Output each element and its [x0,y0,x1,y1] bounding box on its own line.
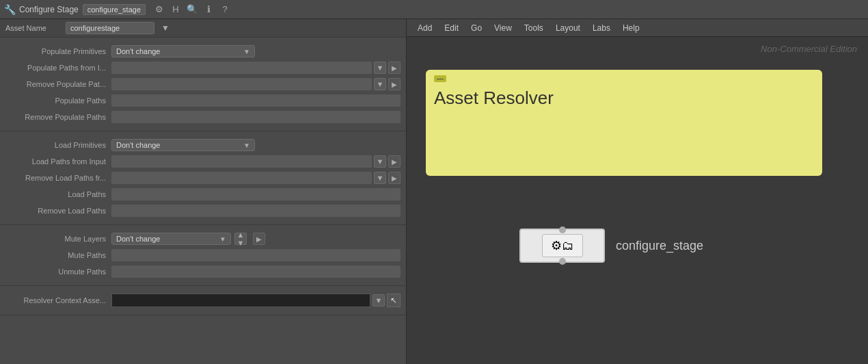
asset-resolver-node[interactable]: — Asset Resolver [426,70,822,176]
help-btn[interactable]: ? [218,3,232,16]
configure-stage-node: ⚙🗂 configure_stage [519,229,703,263]
menu-view[interactable]: View [489,22,517,34]
search-btn[interactable]: 🔍 [185,3,199,16]
mute-paths-label: Mute Paths [5,251,111,259]
load-primitives-control: Don't change ▼ [111,139,401,151]
resolver-input-wrap: ▼ ↖ [111,294,401,307]
remove-populate-pat-dropdown-btn[interactable]: ▼ [374,78,386,90]
populate-paths-control [111,94,401,107]
title-bar-actions: ⚙ H 🔍 ℹ ? [152,3,232,16]
mute-paths-control [111,249,401,261]
remove-load-paths-from-dropdown-btn[interactable]: ▼ [374,172,386,184]
remove-populate-paths-control [111,111,401,123]
title-bar-title: Configure Stage [19,5,79,14]
load-primitives-row: Load Primitives Don't change ▼ [0,137,406,153]
menu-add[interactable]: Add [412,22,437,34]
populate-paths-from-input-label: Populate Paths from I... [5,64,111,72]
remove-load-paths-from-control: ▼ ▶ [111,172,401,184]
mute-layers-arrow-btn[interactable]: ▶ [253,233,265,245]
node-connection-bottom [559,258,566,265]
configure-stage-icon: 🔧 [4,4,15,15]
remove-load-paths-from-row: Remove Load Paths fr... ▼ ▶ [0,170,406,186]
populate-primitives-row: Populate Primitives Don't change ▼ [0,43,406,60]
populate-paths-row: Populate Paths [0,92,406,109]
main-layout: Asset Name ▼ Populate Primitives Don't c… [0,19,868,364]
load-paths-from-input-arrow-btn[interactable]: ▶ [388,155,401,168]
remove-populate-pat-field[interactable] [111,78,372,90]
dropdown-arrow-icon: ▼ [243,48,250,55]
load-paths-from-input-control: ▼ ▶ [111,155,401,168]
unmute-paths-field[interactable] [111,265,401,278]
resolver-context-label: Resolver Context Asse... [5,296,111,304]
remove-populate-paths-label: Remove Populate Paths [5,113,111,121]
menu-edit[interactable]: Edit [439,22,464,34]
populate-paths-from-input-row: Populate Paths from I... ▼ ▶ [0,60,406,76]
load-paths-row: Load Paths [0,186,406,203]
populate-primitives-label: Populate Primitives [5,47,111,55]
remove-populate-pat-row: Remove Populate Pat... ▼ ▶ [0,76,406,92]
node-box-inner: ⚙🗂 [542,234,583,257]
menu-help[interactable]: Help [617,22,645,34]
mute-layers-label: Mute Layers [5,235,111,243]
menu-tools[interactable]: Tools [519,22,549,34]
populate-paths-from-input-control: ▼ ▶ [111,62,401,74]
mute-layers-control: Don't change ▼ ▲▼ ▶ [111,233,401,245]
mute-layers-extra-btn[interactable]: ▲▼ [234,233,247,245]
remove-populate-pat-label: Remove Populate Pat... [5,80,111,88]
mute-layers-dropdown[interactable]: Don't change ▼ [111,233,231,245]
populate-primitives-dropdown[interactable]: Don't change ▼ [111,45,255,57]
menu-bar: Add Edit Go View Tools Layout Labs Help [407,19,868,37]
resolver-context-cursor-btn[interactable]: ↖ [387,294,401,307]
populate-paths-field[interactable] [111,94,401,107]
mute-layers-arrow-icon: ▼ [219,235,226,243]
watermark: Non-Commercial Edition [761,44,857,54]
load-paths-field[interactable] [111,188,401,200]
remove-populate-pat-arrow-btn[interactable]: ▶ [388,78,401,90]
node-minimize-btn[interactable]: — [434,75,446,82]
remove-load-paths-control [111,205,401,217]
menu-labs[interactable]: Labs [587,22,616,34]
settings-btn[interactable]: ⚙ [152,3,166,16]
menu-layout[interactable]: Layout [550,22,586,34]
left-panel: Asset Name ▼ Populate Primitives Don't c… [0,19,407,364]
mute-paths-field[interactable] [111,249,401,261]
asset-name-dropdown-arrow[interactable]: ▼ [160,22,171,34]
remove-load-paths-from-arrow-btn[interactable]: ▶ [388,172,401,184]
populate-paths-from-input-dropdown-btn[interactable]: ▼ [374,62,386,74]
load-paths-from-input-dropdown-btn[interactable]: ▼ [374,155,386,168]
node-configure-stage-label: configure_stage [616,239,703,253]
resolver-section: Resolver Context Asse... ▼ ↖ [0,286,406,315]
remove-load-paths-field[interactable] [111,205,401,217]
load-primitives-section: Load Primitives Don't change ▼ Load Path… [0,131,406,225]
load-paths-from-input-field[interactable] [111,155,372,168]
populate-primitives-section: Populate Primitives Don't change ▼ Popul… [0,38,406,131]
populate-paths-from-input-arrow-btn[interactable]: ▶ [388,62,401,74]
populate-primitives-control: Don't change ▼ [111,45,401,57]
asset-name-label: Asset Name [5,24,60,32]
asset-name-row: Asset Name ▼ [0,19,406,38]
unmute-paths-control [111,265,401,278]
info-btn[interactable]: ℹ [202,3,215,16]
unmute-paths-label: Unmute Paths [5,268,111,276]
node-connection-top [559,226,566,233]
resolver-context-dropdown-btn[interactable]: ▼ [372,294,385,307]
remove-populate-paths-field[interactable] [111,111,401,123]
remove-load-paths-from-field[interactable] [111,172,372,184]
resolver-context-row: Resolver Context Asse... ▼ ↖ [0,291,406,309]
resolver-context-input[interactable] [111,294,370,307]
populate-paths-label: Populate Paths [5,96,111,105]
load-paths-from-input-row: Load Paths from Input ▼ ▶ [0,153,406,170]
mute-layers-section: Mute Layers Don't change ▼ ▲▼ ▶ Mute Pat… [0,225,406,286]
node-box[interactable]: ⚙🗂 [519,229,605,263]
remove-populate-pat-control: ▼ ▶ [111,78,401,90]
node-gear-icon: ⚙🗂 [551,238,574,253]
title-bar: 🔧 Configure Stage configure_stage ⚙ H 🔍 … [0,0,868,19]
stage-name-label: configure_stage [83,4,146,15]
h-btn[interactable]: H [169,3,182,16]
remove-populate-paths-row: Remove Populate Paths [0,109,406,125]
load-primitives-dropdown[interactable]: Don't change ▼ [111,139,255,151]
asset-name-input[interactable] [66,22,154,34]
load-paths-control [111,188,401,200]
populate-paths-from-input-field[interactable] [111,62,372,74]
menu-go[interactable]: Go [465,22,487,34]
